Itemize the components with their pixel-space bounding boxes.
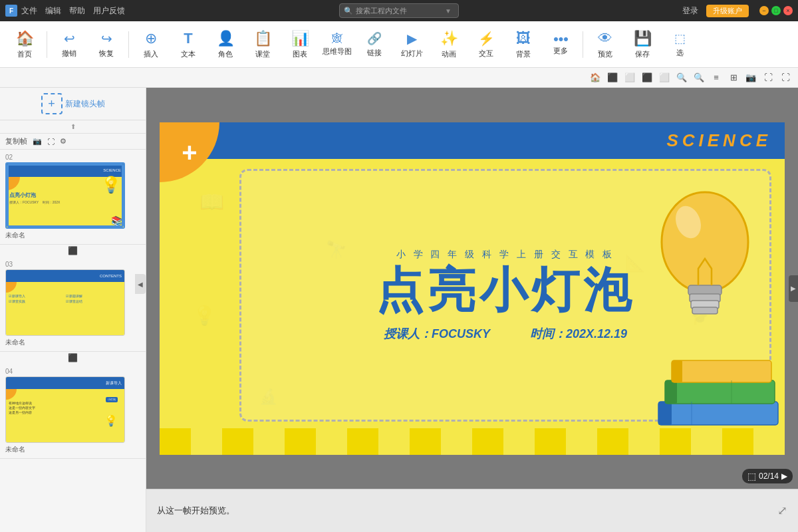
- menu-edit[interactable]: 编辑: [45, 5, 61, 17]
- slide-thumb-4: 新课导入 有种地方这样说 这是一些内容文字 这是另一些内容 小灯泡 💡: [5, 376, 125, 443]
- search-placeholder: 搜索工程内文件: [356, 6, 407, 16]
- svg-rect-17: [672, 360, 771, 382]
- slide-subtitle: 小 学 四 年 级 科 学 上 册 交 互 模 板: [396, 249, 615, 261]
- frame-actions: 复制帧 📷 ⛶ ⚙: [0, 134, 146, 150]
- svg-text:💡: 💡: [193, 305, 216, 327]
- menu-file[interactable]: 文件: [21, 5, 37, 17]
- toolbar-interact[interactable]: ⚡ 交互: [468, 25, 504, 65]
- toolbar-preview[interactable]: 👁 预览: [587, 25, 623, 65]
- slide-time: 时间：202X.12.19: [530, 326, 627, 342]
- slide-item-2[interactable]: 02 SCIENCE 点亮小灯泡 授课人：FOCUSKY 时间：202X 💡 📚…: [0, 150, 146, 245]
- insert-icon: ⊕: [145, 30, 157, 47]
- panel-collapse-button[interactable]: ◀: [135, 274, 146, 294]
- subtool-camera-icon[interactable]: 📷: [743, 70, 758, 85]
- copy-frame-button[interactable]: 复制帧: [5, 136, 27, 146]
- toolbar-slide[interactable]: ▶ 幻灯片: [394, 25, 430, 65]
- page-indicator-icon: ⬚: [747, 471, 756, 481]
- subtool-paste-icon[interactable]: ⬜: [622, 70, 637, 85]
- more-icon: ●●●: [553, 33, 568, 44]
- subtool-zoomin-icon[interactable]: 🔍: [674, 70, 689, 85]
- toolbar-sep-3: [583, 31, 583, 58]
- slide-teacher: 授课人：FOCUSKY: [384, 326, 490, 342]
- subtool-cut-icon[interactable]: ⬛: [640, 70, 654, 85]
- toolbar-more[interactable]: ●●● 更多: [543, 25, 579, 65]
- toolbar-text-label: 文本: [181, 49, 196, 59]
- subtool-expand-icon[interactable]: ⛶: [761, 70, 775, 85]
- toolbar-interact-label: 交互: [479, 49, 493, 59]
- toolbar-select[interactable]: ⬚ 选: [662, 25, 698, 65]
- frame-expand-3[interactable]: ⬛: [0, 352, 146, 364]
- toolbar-undo-label: 撤销: [62, 49, 76, 59]
- toolbar-class[interactable]: 📋 课堂: [245, 25, 281, 65]
- settings-frame-button[interactable]: ⚙: [60, 137, 66, 146]
- toolbar-undo[interactable]: ↩ 撤销: [51, 25, 87, 65]
- search-dropdown[interactable]: ▼: [445, 7, 452, 15]
- window-controls: 登录 升级账户 − □ ×: [682, 5, 793, 17]
- toolbar-link[interactable]: 🔗 链接: [356, 25, 392, 65]
- login-button[interactable]: 登录: [682, 5, 698, 17]
- preview-bar: 从这一帧开始预览。 ⤢: [146, 489, 798, 532]
- subtool-delete-icon[interactable]: ⬜: [657, 70, 672, 85]
- page-indicator-arrow[interactable]: ▶: [781, 471, 787, 481]
- subtool-copy-icon[interactable]: ⬛: [605, 70, 620, 85]
- slide-icon: ▶: [407, 31, 417, 47]
- science-text: SCIENCE: [666, 130, 771, 151]
- preview-expand-icon[interactable]: ⤢: [777, 503, 787, 518]
- toolbar-link-label: 链接: [367, 48, 382, 58]
- frame-expand-2[interactable]: ⬛: [0, 245, 146, 257]
- slide-canvas: SCIENCE + 📖 🔭 💡 📐 🔬 🎓: [160, 122, 785, 455]
- slide-item-3[interactable]: 03 CONTENTS ☑ 新课导入 ☑ 新题讲解 ☑ 课堂实践 ☑ 课堂总结: [0, 257, 146, 352]
- bg-icon: 🖼: [516, 30, 531, 47]
- toolbar-text[interactable]: T 文本: [170, 25, 206, 65]
- toolbar: 🏠 首页 ↩ 撤销 ↪ 恢复 ⊕ 插入 T 文本 👤 角色 📋 课堂 📊 图表 …: [0, 21, 798, 68]
- panel-up-arrow[interactable]: ⬆: [70, 123, 76, 130]
- subtool-home-icon[interactable]: 🏠: [588, 70, 602, 85]
- toolbar-slide-label: 幻灯片: [401, 49, 423, 59]
- toolbar-home[interactable]: 🏠 首页: [7, 25, 43, 65]
- toolbar-redo-label: 恢复: [99, 49, 114, 59]
- save-icon: 💾: [634, 30, 652, 47]
- toolbar-animation-label: 动画: [442, 49, 456, 59]
- slide-books: [652, 342, 785, 428]
- subtool-align-icon[interactable]: ≡: [709, 70, 724, 85]
- toolbar-save[interactable]: 💾 保存: [624, 25, 660, 65]
- toolbar-animation[interactable]: ✨ 动画: [431, 25, 467, 65]
- minimize-button[interactable]: −: [759, 6, 769, 15]
- plus-icon: +: [182, 139, 197, 166]
- canvas-expand-button[interactable]: ▶: [789, 275, 798, 302]
- subtool-fullscreen-icon[interactable]: ⛶: [778, 70, 793, 85]
- svg-rect-12: [692, 307, 718, 314]
- close-button[interactable]: ×: [783, 6, 793, 15]
- preview-text: 从这一帧开始预览。: [157, 505, 771, 517]
- new-frame-button[interactable]: + 新建镜头帧: [0, 88, 146, 120]
- toolbar-role[interactable]: 👤 角色: [207, 25, 243, 65]
- toolbar-chart[interactable]: 📊 图表: [282, 25, 318, 65]
- slide-item-4[interactable]: 04 新课导入 有种地方这样说 这是一些内容文字 这是另一些内容 小灯泡 💡 未…: [0, 364, 146, 459]
- undo-icon: ↩: [64, 31, 75, 47]
- orange-corner: +: [160, 122, 219, 182]
- subtool-zoomout-icon[interactable]: 🔍: [692, 70, 706, 85]
- toolbar-bg[interactable]: 🖼 背景: [505, 25, 541, 65]
- canvas-wrapper[interactable]: SCIENCE + 📖 🔭 💡 📐 🔬 🎓: [146, 88, 798, 489]
- class-icon: 📋: [254, 30, 272, 47]
- search-box[interactable]: 🔍 搜索工程内文件 ▼: [339, 3, 459, 18]
- toolbar-insert[interactable]: ⊕ 插入: [133, 25, 169, 65]
- menu-help[interactable]: 帮助: [69, 5, 85, 17]
- new-frame-label: 新建镜头帧: [65, 98, 105, 110]
- home-icon: 🏠: [16, 30, 34, 47]
- page-indicator-text: 02/14: [759, 471, 779, 481]
- subtool-grid-icon[interactable]: ⊞: [726, 70, 741, 85]
- menu-bar: 文件 编辑 帮助 用户反馈: [21, 5, 125, 17]
- slide-thumb-2: SCIENCE 点亮小灯泡 授课人：FOCUSKY 时间：202X 💡 📚: [5, 162, 125, 229]
- slide-label-3: 未命名: [5, 338, 140, 347]
- expand-frame-button[interactable]: ⛶: [47, 138, 55, 146]
- toolbar-more-label: 更多: [553, 46, 568, 56]
- upgrade-button[interactable]: 升级账户: [706, 5, 749, 17]
- new-frame-icon: +: [41, 93, 63, 114]
- menu-feedback[interactable]: 用户反馈: [93, 5, 125, 17]
- toolbar-redo[interactable]: ↪ 恢复: [88, 25, 124, 65]
- plus-icon: +: [48, 97, 55, 111]
- toolbar-mindmap[interactable]: 🕸 思维导图: [319, 25, 355, 65]
- camera-frame-button[interactable]: 📷: [33, 137, 42, 146]
- maximize-button[interactable]: □: [771, 6, 781, 15]
